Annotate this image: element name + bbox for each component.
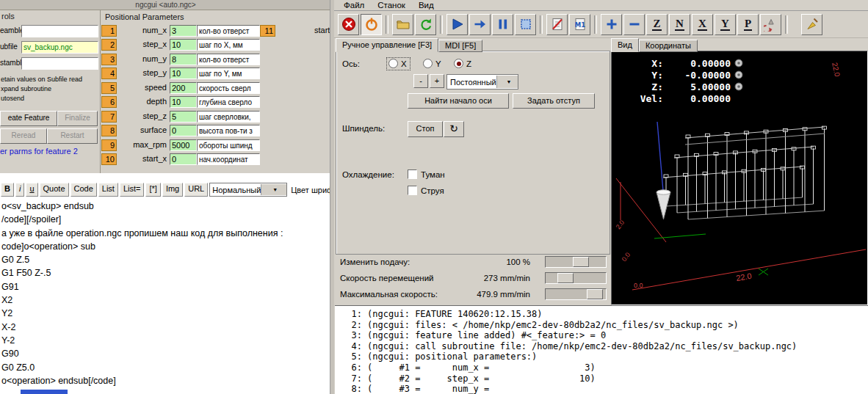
param-name: step_z xyxy=(117,111,170,123)
img-button[interactable]: Img xyxy=(162,183,183,197)
list-item-button[interactable]: [*] xyxy=(145,183,160,197)
view-perspective-button[interactable]: P xyxy=(737,14,759,35)
optional-stop-button[interactable]: M1 xyxy=(569,14,590,35)
jog-increment-value: Постоянный xyxy=(447,78,496,87)
param-name: depth xyxy=(117,96,170,108)
mist-checkbox[interactable]: Туман xyxy=(408,169,445,179)
spindle-turn-button[interactable]: ↻ xyxy=(444,121,464,137)
open-file-button[interactable] xyxy=(392,14,413,35)
feature-parms-status-link[interactable]: er parms for feature 2 xyxy=(0,147,99,156)
reread-button[interactable]: Reread xyxy=(0,128,47,144)
view-front-button[interactable]: Y xyxy=(715,14,736,35)
param-value-input[interactable]: 10 xyxy=(170,96,197,108)
max-velocity-slider[interactable] xyxy=(545,288,607,300)
param-value-input[interactable]: 0 xyxy=(170,153,197,165)
menu-file[interactable]: Файл xyxy=(337,0,371,10)
radio-axis-z[interactable]: Z xyxy=(454,59,471,68)
zoom-in-button[interactable] xyxy=(601,14,622,35)
list-eq-button[interactable]: List= xyxy=(120,183,145,197)
view-top-button[interactable]: Z xyxy=(646,14,668,35)
jog-speed-label: Скорость перемещений xyxy=(336,274,460,282)
param-value-input[interactable]: 200 xyxy=(170,82,197,94)
subfile-input[interactable]: sv_backup.ngc xyxy=(21,41,98,54)
backplot-3d-view[interactable]: 22.0 22.0 2.0 0.0 0.0 X: 0.00000 Y: -0.0… xyxy=(611,51,868,305)
tab-manual-control[interactable]: Ручное управление [F3] xyxy=(336,38,438,52)
jog-speed-slider[interactable] xyxy=(545,272,607,284)
restart-button[interactable]: Restart xyxy=(47,128,98,144)
preamble-input[interactable] xyxy=(21,25,98,37)
radio-axis-z-label: Z xyxy=(466,59,471,68)
gcode-line: 5: (ngcgui: positional parameters:) xyxy=(341,351,868,362)
param-row: 3 num_y 8 кол-во отверст xyxy=(101,52,331,67)
gcode-listing[interactable]: 1: (ngcgui: FEATURE 140620:12.15.38) 2: … xyxy=(335,305,868,394)
home-axis-button[interactable]: Найти начало оси xyxy=(408,93,509,109)
italic-button[interactable]: i xyxy=(15,183,24,197)
touch-off-button[interactable]: Задать отступ xyxy=(513,93,595,109)
radio-axis-x-label: X xyxy=(401,59,407,68)
skip-lines-button[interactable] xyxy=(546,14,568,35)
jog-minus-button[interactable]: - xyxy=(413,74,428,88)
view-side-button[interactable]: X xyxy=(692,14,713,35)
param-desc: нач.координат xyxy=(197,153,260,165)
quote-button[interactable]: Quote xyxy=(40,183,69,197)
menu-view[interactable]: Вид xyxy=(412,0,441,10)
zoom-out-button[interactable] xyxy=(623,14,645,35)
max-velocity-value: 479.9 mm/min xyxy=(460,290,530,299)
autosend-checkbox-label[interactable]: utosend xyxy=(1,95,99,102)
finalize-button[interactable]: Finalize xyxy=(57,111,98,126)
dro-y-value: -0.00000 xyxy=(663,70,731,81)
param-value-input[interactable]: 5 xyxy=(170,111,197,123)
step-button[interactable] xyxy=(469,14,491,35)
estop-button[interactable] xyxy=(338,14,359,35)
ngcgui-window-titlebar[interactable]: ngcgui <auto.ngc> xyxy=(0,0,331,10)
slider-handle[interactable] xyxy=(573,257,589,267)
gcode-line: 6: ( #1 = num_x = 3) xyxy=(341,362,868,373)
stop-button[interactable] xyxy=(515,14,536,35)
underline-button[interactable]: u xyxy=(26,183,37,197)
slider-handle[interactable] xyxy=(587,289,603,299)
pause-button[interactable] xyxy=(492,14,513,35)
machine-power-button[interactable] xyxy=(361,14,382,35)
code-button[interactable]: Code xyxy=(70,183,97,197)
param-value-input[interactable]: 5000 xyxy=(170,139,197,151)
tab-dro[interactable]: Координаты xyxy=(639,40,698,52)
param-value-input[interactable]: 8 xyxy=(170,54,197,65)
jog-plus-button[interactable]: + xyxy=(430,74,444,88)
slider-handle[interactable] xyxy=(557,273,574,283)
spindle-stop-button[interactable]: Стоп xyxy=(408,121,443,137)
view-rotated-top-button[interactable]: N xyxy=(669,14,690,35)
param-value-input[interactable]: 10 xyxy=(170,39,197,51)
expand-subroutine-checkbox-label[interactable]: xpand subroutine xyxy=(1,85,99,92)
run-program-button[interactable] xyxy=(446,14,468,35)
flood-checkbox[interactable]: Струя xyxy=(408,186,444,195)
tab-mdi[interactable]: MDI [F5] xyxy=(438,40,482,52)
bold-button[interactable]: B xyxy=(1,183,14,197)
dro-x-label: X: xyxy=(632,58,663,69)
url-button[interactable]: URL xyxy=(184,183,208,197)
radio-icon xyxy=(423,59,433,68)
list-button[interactable]: List xyxy=(98,183,118,197)
browser-region: ngcgui <auto.ngc> rols eamble ubfile sv_… xyxy=(0,0,334,394)
tab-preview[interactable]: Вид xyxy=(611,38,639,52)
radio-axis-x[interactable]: X xyxy=(386,57,411,70)
feed-override-label: Изменить подачу: xyxy=(336,258,460,266)
clear-plot-button[interactable] xyxy=(801,14,822,35)
create-feature-button[interactable]: eate Feature xyxy=(0,111,57,126)
postamble-input[interactable] xyxy=(21,57,98,70)
param-value-input[interactable]: 0 xyxy=(170,125,197,136)
forum-line: /code][/spoiler] xyxy=(1,214,333,227)
menu-machine[interactable]: Станок xyxy=(371,0,412,10)
ngcgui-window: ngcgui <auto.ngc> rols eamble ubfile sv_… xyxy=(0,0,332,173)
text-style-select[interactable]: Нормальный ▼ xyxy=(209,183,287,197)
radio-axis-y[interactable]: Y xyxy=(423,59,441,68)
param-index: 4 xyxy=(101,68,117,79)
jog-increment-select[interactable]: Постоянный ▼ xyxy=(446,74,518,90)
dro-vel-label: Vel: xyxy=(632,93,663,104)
feed-override-slider[interactable] xyxy=(545,256,607,268)
rotate-view-button[interactable] xyxy=(760,14,781,35)
param-value-input[interactable]: 10 xyxy=(170,68,197,79)
retain-values-checkbox-label[interactable]: etain values on Subfile read xyxy=(1,76,99,83)
param-value-input[interactable]: 3 xyxy=(170,25,197,37)
toolbar-separator xyxy=(594,15,597,34)
reload-file-button[interactable] xyxy=(415,14,436,35)
